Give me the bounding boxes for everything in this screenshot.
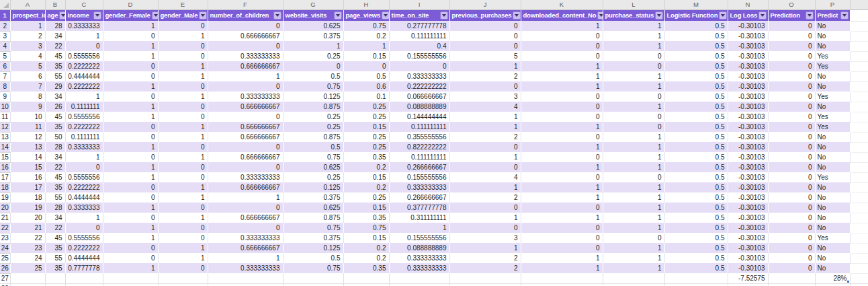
cell-J9[interactable]: 3 <box>449 92 521 102</box>
row-number-21[interactable]: 21 <box>0 213 10 223</box>
cell-N6[interactable]: -0.30103 <box>728 61 768 71</box>
row-number-15[interactable]: 15 <box>0 152 10 162</box>
cell-A17[interactable]: 16 <box>10 172 45 182</box>
cell-J19[interactable]: 2 <box>449 192 521 203</box>
cell-E14[interactable]: 0 <box>158 142 208 152</box>
cell-O19[interactable]: 0 <box>768 192 815 203</box>
cell-A11[interactable]: 10 <box>10 112 45 122</box>
cell-L8[interactable]: 1 <box>603 81 664 92</box>
column-header-Prediction[interactable]: Prediction <box>768 9 815 21</box>
empty-cell[interactable] <box>815 283 850 286</box>
cell-K21[interactable]: 1 <box>521 213 603 223</box>
cell-F9[interactable]: 0.333333333 <box>208 92 283 102</box>
cell-C24[interactable]: 0.2222222 <box>65 243 103 253</box>
cell-E22[interactable]: 0 <box>158 223 208 233</box>
cell-J13[interactable]: 2 <box>449 132 521 142</box>
cell-I8[interactable]: 0.222222222 <box>389 81 449 92</box>
empty-cell[interactable] <box>850 112 868 122</box>
cell-A3[interactable]: 2 <box>10 31 45 41</box>
cell-C12[interactable]: 0.2222222 <box>65 122 103 132</box>
cell-B22[interactable]: 22 <box>45 223 65 233</box>
cell-K23[interactable]: 0 <box>521 233 603 243</box>
column-letter-D[interactable]: D <box>103 0 158 9</box>
cell-B10[interactable]: 26 <box>45 102 65 112</box>
cell-M2[interactable]: 0.5 <box>664 21 728 31</box>
cell-F4[interactable]: 0 <box>208 41 283 51</box>
empty-cell[interactable] <box>343 273 389 283</box>
cell-F18[interactable]: 0.666666667 <box>208 182 283 192</box>
empty-cell[interactable] <box>850 41 868 51</box>
cell-N8[interactable]: -0.30103 <box>728 81 768 92</box>
cell-H16[interactable]: 0.2 <box>343 162 389 172</box>
empty-cell[interactable] <box>283 283 343 286</box>
row-number-23[interactable]: 23 <box>0 233 10 243</box>
row-number-26[interactable]: 26 <box>0 263 10 273</box>
empty-cell[interactable] <box>208 283 283 286</box>
filter-dropdown-icon[interactable] <box>199 11 207 20</box>
cell-G19[interactable]: 0.375 <box>283 192 343 203</box>
cell-M21[interactable]: 0.5 <box>664 213 728 223</box>
row-number-13[interactable]: 13 <box>0 132 10 142</box>
cell-P27-accuracy[interactable]: 28% <box>815 273 850 283</box>
cell-M26[interactable]: 0.5 <box>664 263 728 273</box>
cell-O12[interactable]: 0 <box>768 122 815 132</box>
cell-L13[interactable]: 1 <box>603 132 664 142</box>
column-header-website_visits[interactable]: website_visits <box>283 9 343 21</box>
cell-A19[interactable]: 18 <box>10 192 45 203</box>
row-number-19[interactable]: 19 <box>0 192 10 203</box>
empty-cell[interactable] <box>728 283 768 286</box>
cell-D7[interactable]: 0 <box>103 71 158 81</box>
cell-O11[interactable]: 0 <box>768 112 815 122</box>
cell-D9[interactable]: 0 <box>103 92 158 102</box>
filter-dropdown-icon[interactable] <box>273 11 281 20</box>
row-number-27[interactable]: 27 <box>0 273 10 283</box>
column-header-Log_Loss[interactable]: Log Loss <box>728 9 768 21</box>
cell-I7[interactable]: 0.333333333 <box>389 71 449 81</box>
cell-B18[interactable]: 35 <box>45 182 65 192</box>
column-header-prospect_id[interactable]: prospect_id <box>10 9 45 21</box>
empty-cell[interactable] <box>389 283 449 286</box>
cell-C17[interactable]: 0.5555556 <box>65 172 103 182</box>
column-letter-M[interactable]: M <box>664 0 728 9</box>
cell-G23[interactable]: 0.375 <box>283 233 343 243</box>
cell-M15[interactable]: 0.5 <box>664 152 728 162</box>
cell-N23[interactable]: -0.30103 <box>728 233 768 243</box>
column-letter-L[interactable]: L <box>603 0 664 9</box>
cell-L3[interactable]: 1 <box>603 31 664 41</box>
column-header-number_of_children[interactable]: number_of_children <box>208 9 283 21</box>
cell-A25[interactable]: 24 <box>10 253 45 263</box>
cell-P11[interactable]: Yes <box>815 112 850 122</box>
column-header-age[interactable]: age <box>45 9 65 21</box>
cell-B2[interactable]: 28 <box>45 21 65 31</box>
cell-E6[interactable]: 1 <box>158 61 208 71</box>
empty-cell[interactable] <box>768 283 815 286</box>
cell-E20[interactable]: 0 <box>158 203 208 213</box>
cell-P16[interactable]: No <box>815 162 850 172</box>
cell-N15[interactable]: -0.30103 <box>728 152 768 162</box>
cell-K15[interactable]: 0 <box>521 152 603 162</box>
cell-F10[interactable]: 0.666666667 <box>208 102 283 112</box>
cell-B24[interactable]: 35 <box>45 243 65 253</box>
column-header-Logistic_Function[interactable]: Logistic Function <box>664 9 728 21</box>
empty-cell[interactable] <box>603 283 664 286</box>
cell-I25[interactable]: 0.333333333 <box>389 253 449 263</box>
cell-H12[interactable]: 0.15 <box>343 122 389 132</box>
cell-C9[interactable]: 1 <box>65 92 103 102</box>
cell-D8[interactable]: 1 <box>103 81 158 92</box>
filter-dropdown-icon[interactable] <box>840 11 849 20</box>
cell-K13[interactable]: 0 <box>521 132 603 142</box>
cell-D16[interactable]: 1 <box>103 162 158 172</box>
column-letter-G[interactable]: G <box>283 0 343 9</box>
empty-cell[interactable] <box>664 273 728 283</box>
cell-E21[interactable]: 1 <box>158 213 208 223</box>
cell-L15[interactable]: 1 <box>603 152 664 162</box>
cell-M11[interactable]: 0.5 <box>664 112 728 122</box>
cell-P23[interactable]: Yes <box>815 233 850 243</box>
empty-cell[interactable] <box>103 273 158 283</box>
cell-H6[interactable]: 0 <box>343 61 389 71</box>
cell-K11[interactable]: 0 <box>521 112 603 122</box>
cell-I12[interactable]: 0.111111111 <box>389 122 449 132</box>
cell-A24[interactable]: 23 <box>10 243 45 253</box>
cell-D18[interactable]: 0 <box>103 182 158 192</box>
cell-D4[interactable]: 1 <box>103 41 158 51</box>
